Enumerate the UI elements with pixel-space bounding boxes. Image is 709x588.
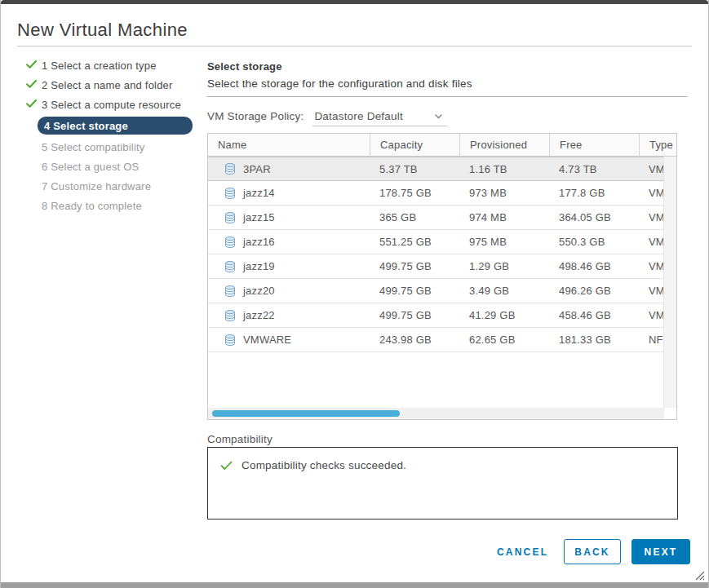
capacity-cell: 551.25 GB	[370, 236, 459, 248]
free-cell: 496.26 GB	[549, 285, 639, 297]
wizard-step-label: 8 Ready to complete	[42, 200, 142, 212]
table-row[interactable]: jazz20499.75 GB3.49 GB496.26 GBVMFS	[208, 279, 676, 303]
provisioned-cell: 974 MB	[459, 211, 549, 223]
table-row[interactable]: jazz15365 GB974 MB364.05 GBVMFS	[208, 206, 676, 230]
back-button[interactable]: BACK	[564, 539, 621, 564]
table-row[interactable]: jazz16551.25 GB975 MB550.3 GBVMFS	[208, 230, 676, 254]
free-cell: 550.3 GB	[549, 236, 639, 248]
success-check-icon	[220, 461, 233, 471]
datastore-table-body: 3PAR5.37 TB1.16 TB4.73 TBVMFSjazz14178.7…	[208, 157, 676, 352]
datastore-icon	[224, 260, 237, 273]
datastore-name-cell: jazz16	[208, 236, 370, 249]
wizard-step-3[interactable]: 3 Select a compute resource	[17, 95, 206, 114]
datastore-icon	[224, 236, 237, 249]
capacity-cell: 5.37 TB	[370, 163, 459, 175]
free-cell: 181.33 GB	[549, 334, 639, 346]
datastore-name: jazz15	[243, 211, 275, 223]
datastore-name: jazz20	[243, 285, 275, 297]
datastore-name-cell: 3PAR	[208, 162, 370, 175]
wizard-step-4[interactable]: 4 Select storage	[38, 117, 193, 135]
provisioned-cell: 41.29 GB	[459, 309, 549, 321]
vm-storage-policy-row: VM Storage Policy: Datastore Default	[207, 107, 447, 126]
table-row[interactable]: jazz14178.75 GB973 MB177.8 GBVMFS	[208, 181, 676, 206]
capacity-cell: 499.75 GB	[370, 260, 459, 272]
datastore-name: 3PAR	[243, 163, 271, 175]
free-cell: 458.46 GB	[549, 309, 639, 321]
wizard-step-label: 5 Select compatibility	[42, 141, 145, 153]
provisioned-cell: 1.16 TB	[459, 163, 549, 175]
vertical-scrollbar-track[interactable]	[663, 157, 676, 408]
compatibility-panel: Compatibility checks succeeded.	[207, 447, 678, 519]
provisioned-cell: 3.49 GB	[459, 285, 549, 297]
wizard-step-label: 3 Select a compute resource	[42, 99, 181, 111]
horizontal-scrollbar-track[interactable]	[208, 408, 664, 419]
wizard-steps-nav: 1 Select a creation type2 Select a name …	[17, 55, 206, 215]
capacity-cell: 499.75 GB	[370, 285, 459, 297]
wizard-step-1[interactable]: 1 Select a creation type	[17, 55, 206, 75]
free-cell: 177.8 GB	[549, 187, 639, 199]
column-header-capacity[interactable]: Capacity	[370, 134, 459, 156]
window-top-edge	[1, 0, 708, 4]
step-complete-check-icon	[26, 99, 37, 108]
datastore-icon	[224, 309, 237, 322]
provisioned-cell: 975 MB	[459, 236, 549, 248]
datastore-name: jazz19	[243, 260, 275, 272]
column-header-provisioned[interactable]: Provisioned	[459, 134, 549, 156]
window-bottom-edge	[1, 582, 708, 588]
datastore-icon	[224, 162, 237, 175]
step-complete-check-icon	[26, 80, 37, 89]
capacity-cell: 243.98 GB	[370, 334, 459, 346]
wizard-step-label: 6 Select a guest OS	[42, 161, 139, 173]
wizard-step-8: 8 Ready to complete	[17, 196, 206, 215]
vm-storage-policy-value: Datastore Default	[314, 110, 402, 122]
scrollbar-corner	[664, 408, 676, 419]
table-row[interactable]: jazz22499.75 GB41.29 GB458.46 GBVMFS	[208, 303, 676, 328]
title-divider	[17, 46, 692, 46]
resize-handle-icon[interactable]	[694, 570, 705, 581]
vm-storage-policy-select[interactable]: Datastore Default	[312, 107, 447, 126]
next-button[interactable]: NEXT	[631, 539, 690, 564]
datastore-icon	[224, 211, 237, 224]
datastore-name-cell: jazz15	[208, 211, 370, 224]
datastore-icon	[224, 285, 237, 298]
datastore-name-cell: jazz14	[208, 187, 370, 200]
datastore-name: jazz14	[243, 187, 275, 199]
datastore-table: Name Capacity Provisioned Free Type 3PAR…	[207, 133, 677, 420]
dialog-title: New Virtual Machine	[17, 20, 188, 41]
table-row[interactable]: jazz19499.75 GB1.29 GB498.46 GBVMFS	[208, 254, 676, 279]
datastore-name: jazz22	[243, 309, 275, 321]
column-header-name[interactable]: Name	[208, 134, 370, 156]
provisioned-cell: 1.29 GB	[459, 260, 549, 272]
table-row[interactable]: VMWARE243.98 GB62.65 GB181.33 GBNFS	[208, 328, 676, 352]
cancel-button[interactable]: CANCEL	[487, 541, 558, 564]
page-subtitle: Select the storage for the configuration…	[207, 77, 472, 90]
compatibility-status-row: Compatibility checks succeeded.	[220, 459, 677, 471]
datastore-icon	[224, 187, 237, 200]
chevron-down-icon	[435, 114, 442, 119]
free-cell: 364.05 GB	[549, 211, 639, 223]
panel-divider	[207, 96, 687, 97]
free-cell: 4.73 TB	[549, 163, 639, 175]
column-header-type[interactable]: Type	[639, 134, 676, 156]
provisioned-cell: 973 MB	[459, 187, 549, 199]
page-title: Select storage	[207, 60, 282, 73]
datastore-icon	[224, 334, 237, 347]
datastore-name-cell: jazz20	[208, 285, 370, 298]
wizard-step-5: 5 Select compatibility	[17, 137, 206, 157]
column-header-free[interactable]: Free	[549, 134, 639, 156]
datastore-name-cell: jazz19	[208, 260, 370, 273]
capacity-cell: 178.75 GB	[370, 187, 459, 199]
new-vm-wizard-dialog: New Virtual Machine 1 Select a creation …	[0, 0, 709, 588]
provisioned-cell: 62.65 GB	[459, 334, 549, 346]
wizard-step-7: 7 Customize hardware	[17, 176, 206, 196]
wizard-step-label: 4 Select storage	[44, 120, 128, 132]
capacity-cell: 365 GB	[370, 211, 459, 223]
table-row[interactable]: 3PAR5.37 TB1.16 TB4.73 TBVMFS	[208, 157, 676, 181]
horizontal-scrollbar-thumb[interactable]	[212, 410, 400, 417]
step-complete-check-icon	[26, 60, 37, 69]
wizard-step-label: 2 Select a name and folder	[42, 79, 173, 91]
datastore-table-header: Name Capacity Provisioned Free Type	[208, 134, 676, 157]
wizard-step-2[interactable]: 2 Select a name and folder	[17, 75, 206, 95]
compatibility-message: Compatibility checks succeeded.	[242, 459, 406, 471]
compatibility-label: Compatibility	[207, 433, 273, 445]
